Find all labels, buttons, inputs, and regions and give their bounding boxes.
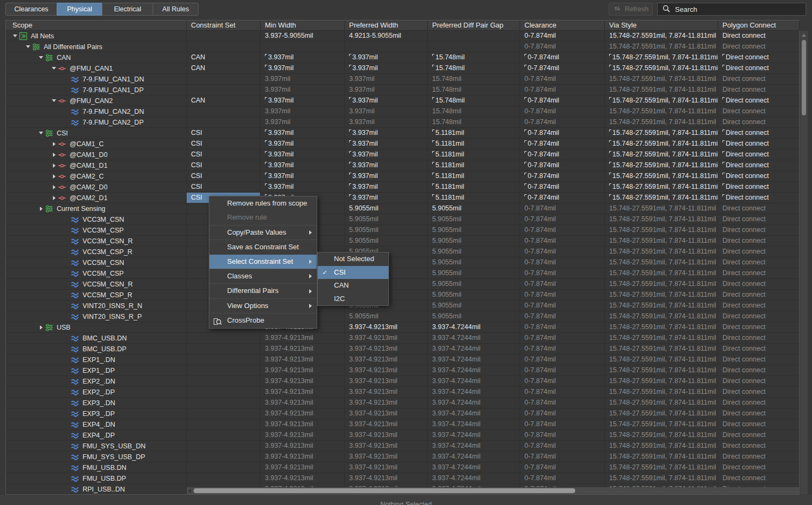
value-cell[interactable]: 15.748-27.5591mil, 7.874-11.811mil [605, 63, 718, 73]
expand-icon[interactable] [50, 196, 58, 200]
submenu-item-not-selected[interactable]: Not Selected [318, 252, 388, 266]
collapse-icon[interactable] [11, 35, 19, 37]
value-cell[interactable]: 0-7.874mil [520, 257, 605, 268]
value-cell[interactable]: Direct connect [718, 376, 799, 386]
table-row[interactable]: @FMU_CAN1CAN3.937mil3.937mil15.748mil0-7… [6, 63, 799, 74]
value-cell[interactable]: 3.937-4.7244mil [428, 365, 520, 376]
value-cell[interactable]: 15.748-27.5591mil, 7.874-11.811mil [605, 85, 718, 95]
scroll-left-icon[interactable] [188, 489, 191, 493]
value-cell[interactable]: 15.748-27.5591mil, 7.874-11.811mil [605, 31, 718, 41]
value-cell[interactable]: Direct connect [718, 430, 799, 440]
value-cell[interactable]: 15.748-27.5591mil, 7.874-11.811mil [605, 333, 718, 343]
value-cell[interactable]: 5.9055mil [345, 225, 428, 235]
value-cell[interactable] [187, 441, 261, 451]
value-cell[interactable] [187, 106, 261, 117]
value-cell[interactable]: 5.9055mil [345, 236, 428, 246]
value-cell[interactable]: 3.937-4.9213mil [261, 365, 345, 376]
value-cell[interactable]: 0-7.874mil [520, 344, 605, 354]
expand-icon[interactable] [50, 185, 58, 189]
scope-cell[interactable]: 7-9.FMU_CAN2_DN [6, 106, 187, 117]
value-cell[interactable]: 5.9055mil [345, 214, 428, 224]
value-cell[interactable]: 3.937mil [345, 85, 428, 95]
value-cell[interactable]: Direct connect [718, 52, 799, 63]
value-cell[interactable] [187, 85, 261, 95]
value-cell[interactable]: CSI [187, 149, 261, 160]
table-row[interactable]: VCC3M_CSP_R5.9055mil5.9055mil5.9055mil0-… [6, 247, 799, 257]
table-row[interactable]: 7-9.FMU_CAN1_DP3.937mil3.937mil15.748mil… [6, 85, 799, 95]
value-cell[interactable]: 3.937mil [345, 106, 428, 117]
value-cell[interactable]: 3.937-4.9213mil [345, 322, 428, 332]
column-header-preferred-width[interactable]: Preferred Width [345, 21, 428, 30]
value-cell[interactable]: 5.1181mil [428, 160, 520, 170]
value-cell[interactable] [187, 354, 261, 365]
scope-cell[interactable]: @CAM1_D0 [6, 149, 187, 160]
submenu-item-i2c[interactable]: I2C [318, 292, 388, 306]
value-cell[interactable]: 3.937-4.7244mil [428, 462, 520, 473]
scope-cell[interactable]: @CAM1_C [6, 139, 187, 149]
scope-cell[interactable]: VINT20_ISNS_R_N [6, 301, 187, 311]
value-cell[interactable]: 15.748-27.5591mil, 7.874-11.811mil [605, 139, 718, 149]
table-row[interactable]: VCC5M_CSN5.9055mil5.9055mil5.9055mil0-7.… [6, 257, 799, 268]
value-cell[interactable]: 3.937-4.9213mil [345, 365, 428, 376]
table-row[interactable]: EXP1_.DP3.937-4.9213mil3.937-4.9213mil3.… [6, 365, 799, 376]
value-cell[interactable]: Direct connect [718, 290, 799, 300]
table-row[interactable]: VCC3M_CSP5.9055mil5.9055mil5.9055mil0-7.… [6, 225, 799, 236]
value-cell[interactable] [187, 117, 261, 127]
value-cell[interactable]: 15.748-27.5591mil, 7.874-11.811mil [605, 365, 718, 376]
value-cell[interactable]: 15.748-27.5591mil, 7.874-11.811mil [605, 117, 718, 127]
value-cell[interactable] [187, 333, 261, 343]
value-cell[interactable]: Direct connect [718, 31, 799, 41]
table-row[interactable]: All Nets3.937-5.9055mil4.9213-5.9055mil0… [6, 31, 799, 42]
value-cell[interactable]: 0-7.874mil [520, 322, 605, 332]
value-cell[interactable] [187, 387, 261, 397]
table-row[interactable]: 7-9.FMU_CAN1_DN3.937mil3.937mil15.748mil… [6, 74, 799, 85]
value-cell[interactable]: 3.937-5.9055mil [261, 31, 345, 41]
value-cell[interactable]: 3.937-4.9213mil [345, 408, 428, 419]
value-cell[interactable]: CAN [187, 52, 261, 63]
scope-cell[interactable]: VCC5M_CSP_R [6, 290, 187, 300]
scope-cell[interactable]: EXP3_.DN [6, 398, 187, 408]
scope-cell[interactable]: 7-9.FMU_CAN1_DP [6, 85, 187, 95]
scope-cell[interactable]: EXP2_.DP [6, 387, 187, 397]
value-cell[interactable]: 0-7.874mil [520, 398, 605, 408]
value-cell[interactable]: Direct connect [718, 85, 799, 95]
value-cell[interactable]: 15.748-27.5591mil, 7.874-11.811mil [605, 106, 718, 117]
value-cell[interactable]: 0-7.874mil [520, 128, 605, 138]
value-cell[interactable]: 15.748-27.5591mil, 7.874-11.811mil [605, 279, 718, 289]
value-cell[interactable]: 0-7.874mil [520, 279, 605, 289]
value-cell[interactable] [187, 473, 261, 483]
value-cell[interactable]: 3.937-4.7244mil [428, 430, 520, 440]
table-row[interactable]: All Differential Pairs0-7.874mil15.748-2… [6, 42, 799, 52]
value-cell[interactable]: 15.748-27.5591mil, 7.874-11.811mil [605, 214, 718, 224]
menu-item-remove-rules-from-scope[interactable]: Remove rules from scope [209, 196, 317, 210]
scope-cell[interactable]: VCC5M_CSN_R [6, 279, 187, 289]
value-cell[interactable]: 15.748mil [428, 52, 520, 63]
value-cell[interactable]: 15.748-27.5591mil, 7.874-11.811mil [605, 344, 718, 354]
value-cell[interactable]: 0-7.874mil [520, 31, 605, 41]
collapse-icon[interactable] [50, 67, 58, 70]
value-cell[interactable]: Direct connect [718, 344, 799, 354]
scope-cell[interactable]: Current Sensing [6, 203, 187, 214]
value-cell[interactable]: 5.9055mil [428, 247, 520, 257]
value-cell[interactable]: 0-7.874mil [520, 419, 605, 429]
value-cell[interactable]: 3.937mil [261, 63, 345, 73]
value-cell[interactable]: Direct connect [718, 236, 799, 246]
value-cell[interactable]: 15.748-27.5591mil, 7.874-11.811mil [605, 387, 718, 397]
value-cell[interactable]: 5.1181mil [428, 149, 520, 160]
expand-icon[interactable] [37, 325, 45, 330]
value-cell[interactable]: 0-7.874mil [520, 473, 605, 483]
table-row[interactable]: BMC_USB.DP3.937-4.9213mil3.937-4.9213mil… [6, 344, 799, 354]
value-cell[interactable]: Direct connect [718, 214, 799, 224]
value-cell[interactable]: 15.748-27.5591mil, 7.874-11.811mil [605, 311, 718, 322]
value-cell[interactable]: 15.748mil [428, 63, 520, 73]
value-cell[interactable]: 3.937mil [261, 52, 345, 63]
value-cell[interactable]: 15.748-27.5591mil, 7.874-11.811mil [605, 128, 718, 138]
value-cell[interactable]: 3.937mil [345, 149, 428, 160]
table-row[interactable]: EXP3_.DN3.937-4.9213mil3.937-4.9213mil3.… [6, 398, 799, 408]
value-cell[interactable]: 15.748-27.5591mil, 7.874-11.811mil [605, 236, 718, 246]
value-cell[interactable]: 15.748-27.5591mil, 7.874-11.811mil [605, 160, 718, 170]
value-cell[interactable]: 3.937-4.9213mil [261, 408, 345, 419]
scope-cell[interactable]: EXP4_.DP [6, 430, 187, 440]
value-cell[interactable]: 3.937mil [345, 52, 428, 63]
table-row[interactable]: 7-9.FMU_CAN2_DN3.937mil3.937mil15.748mil… [6, 106, 799, 117]
